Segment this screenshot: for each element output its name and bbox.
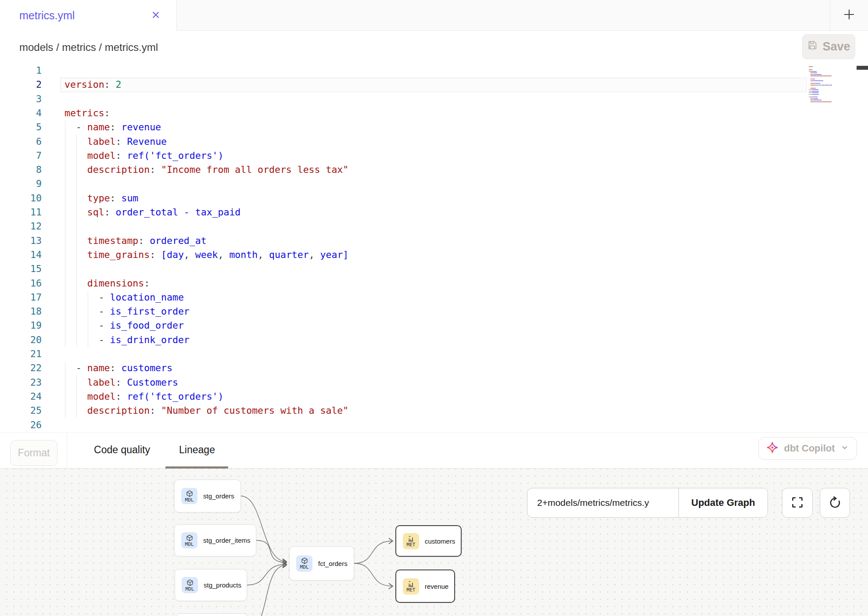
breadcrumb: models / metrics / metrics.yml xyxy=(19,41,158,54)
fullscreen-icon xyxy=(790,495,804,511)
line-number: 2 xyxy=(0,78,42,92)
line-number: 1 xyxy=(0,64,42,78)
code-line: 21 xyxy=(0,347,868,361)
tab-lineage[interactable]: Lineage xyxy=(178,433,216,467)
copilot-label: dbt Copilot xyxy=(784,443,835,454)
code-line: 26 xyxy=(0,418,868,432)
line-number: 21 xyxy=(0,347,42,361)
save-icon xyxy=(807,40,818,54)
lineage-node-stg_orders[interactable]: MDLstg_orders xyxy=(174,480,241,512)
format-button[interactable]: Format xyxy=(10,440,57,466)
code-line: 12 xyxy=(0,219,868,233)
code-line: 22 - name: customers xyxy=(0,361,868,375)
line-number: 19 xyxy=(0,319,42,333)
code-line: 25 description: "Number of customers wit… xyxy=(0,404,868,418)
plus-icon xyxy=(842,7,857,24)
close-tab-button[interactable] xyxy=(149,9,162,22)
lineage-node-stg_partial[interactable]: MDL xyxy=(176,613,248,616)
lineage-node-revenue[interactable]: METrevenue xyxy=(395,569,455,603)
code-line: 14 time_grains: [day, week, month, quart… xyxy=(0,248,868,262)
copilot-icon xyxy=(766,441,778,455)
model-icon xyxy=(186,534,193,541)
refresh-button[interactable] xyxy=(820,488,850,518)
code-line: 20 - is_drink_order xyxy=(0,333,868,347)
line-number: 8 xyxy=(0,163,42,177)
badge-type-label: MDL xyxy=(186,587,194,591)
node-label: stg_products xyxy=(204,581,241,589)
tab-strip-background xyxy=(176,0,868,31)
line-number: 4 xyxy=(0,106,42,120)
fullscreen-button[interactable] xyxy=(782,488,813,518)
line-number: 17 xyxy=(0,290,42,304)
code-line: 8 description: "Income from all orders l… xyxy=(0,163,868,177)
line-number: 18 xyxy=(0,304,42,319)
lineage-node-stg_products[interactable]: MDLstg_products xyxy=(175,569,247,601)
code-line: 10 type: sum xyxy=(0,191,868,205)
code-line: 2version: 2 xyxy=(0,78,868,92)
line-number: 22 xyxy=(0,361,42,375)
code-line: 16 dimensions: xyxy=(0,276,868,290)
line-number: 15 xyxy=(0,262,42,276)
model-badge: MDL xyxy=(181,488,197,504)
line-number: 10 xyxy=(0,191,42,205)
refresh-icon xyxy=(828,495,842,511)
line-number: 11 xyxy=(0,205,42,219)
scrollbar-thumb[interactable] xyxy=(857,66,868,70)
model-badge: MDL xyxy=(182,577,198,593)
tab-title: metrics.yml xyxy=(19,9,75,22)
line-number: 16 xyxy=(0,276,42,290)
line-number: 14 xyxy=(0,248,42,262)
model-icon xyxy=(187,579,194,586)
line-number: 20 xyxy=(0,333,42,347)
dbt-copilot-button[interactable]: dbt Copilot xyxy=(758,437,857,460)
lineage-filter-input[interactable] xyxy=(527,488,678,517)
lineage-filter-group: Update Graph xyxy=(527,488,768,518)
code-line: 6 label: Revenue xyxy=(0,135,868,149)
code-line: 1 xyxy=(0,64,868,78)
metric-badge: MET xyxy=(403,578,419,595)
badge-type-label: MET xyxy=(407,587,416,592)
line-number: 12 xyxy=(0,219,42,233)
badge-type-label: MET xyxy=(407,542,416,547)
code-line: 3 xyxy=(0,92,868,106)
breadcrumb-row: models / metrics / metrics.yml xyxy=(0,31,868,64)
lineage-node-fct_orders[interactable]: MDLfct_orders xyxy=(289,546,354,580)
line-number: 24 xyxy=(0,390,42,404)
line-number: 26 xyxy=(0,418,42,432)
dbt-ide-window: metrics.yml models / metrics / metrics.y… xyxy=(0,0,868,616)
lineage-node-customers[interactable]: METcustomers xyxy=(395,525,462,557)
line-number: 23 xyxy=(0,376,42,390)
save-button[interactable]: Save xyxy=(802,34,855,59)
badge-type-label: MDL xyxy=(185,498,194,502)
line-number: 7 xyxy=(0,149,42,163)
tab-strip: metrics.yml xyxy=(0,0,868,31)
bottom-toolbar: Format Code quality Lineage dbt Copilot xyxy=(0,432,868,469)
code-line: 18 - is_first_order xyxy=(0,304,868,319)
lineage-node-stg_order_items[interactable]: MDLstg_order_items xyxy=(174,524,256,556)
code-line: 17 - location_name xyxy=(0,290,868,304)
lineage-canvas[interactable]: MDLstg_ordersMDLstg_order_itemsMDLstg_pr… xyxy=(0,469,868,616)
node-label: fct_orders xyxy=(318,560,348,567)
code-line: 11 sql: order_total - tax_paid xyxy=(0,205,868,219)
code-line: 15 xyxy=(0,262,868,276)
update-graph-button[interactable]: Update Graph xyxy=(678,488,768,517)
new-tab-button[interactable] xyxy=(830,0,868,31)
model-badge: MDL xyxy=(296,555,312,572)
badge-type-label: MDL xyxy=(185,542,194,547)
tab-code-quality[interactable]: Code quality xyxy=(91,433,153,467)
node-label: customers xyxy=(425,537,455,545)
code-line: 5 - name: revenue xyxy=(0,120,868,134)
line-number: 9 xyxy=(0,177,42,191)
model-icon xyxy=(186,490,193,497)
code-line: 23 label: Customers xyxy=(0,376,868,390)
minimap[interactable] xyxy=(809,65,836,109)
model-badge: MDL xyxy=(181,532,197,548)
tab-metrics-yml[interactable]: metrics.yml xyxy=(0,0,176,31)
line-number: 25 xyxy=(0,404,42,418)
code-line: 13 timestamp: ordered_at xyxy=(0,234,868,248)
line-number: 6 xyxy=(0,135,42,149)
code-editor[interactable]: 12version: 234metrics:5 - name: revenue6… xyxy=(0,64,868,432)
badge-type-label: MDL xyxy=(300,565,309,569)
code-line: 4metrics: xyxy=(0,106,868,120)
node-label: revenue xyxy=(425,583,448,590)
